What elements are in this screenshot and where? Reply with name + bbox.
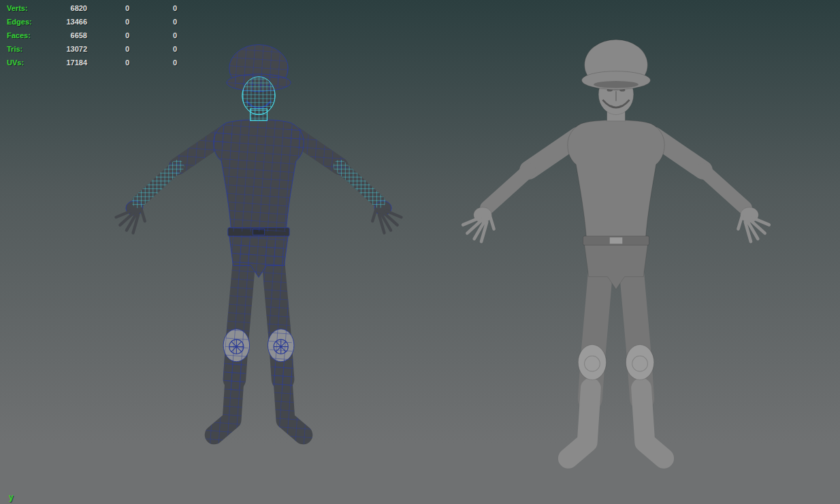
hud-label: Faces: bbox=[7, 29, 48, 42]
hud-value: 6658 bbox=[48, 29, 87, 42]
hud-label: UVs: bbox=[7, 56, 48, 69]
hud-value: 17184 bbox=[48, 56, 87, 69]
hud-label: Verts: bbox=[7, 1, 48, 15]
model-soldier-wireframe[interactable] bbox=[92, 39, 425, 458]
viewport-3d[interactable]: Verts: 6820 0 0 Edges: 13466 0 0 Faces: … bbox=[0, 0, 840, 504]
hud-value: 13466 bbox=[48, 15, 87, 29]
model-soldier-shaded[interactable] bbox=[425, 34, 807, 483]
axis-y-label: y bbox=[9, 492, 14, 502]
axis-gizmo: y bbox=[9, 492, 14, 502]
hud-value: 6820 bbox=[48, 1, 87, 15]
hud-label: Tris: bbox=[7, 42, 48, 56]
hud-value: 13072 bbox=[48, 42, 87, 56]
hud-value: 0 bbox=[87, 15, 129, 29]
hud-value: 0 bbox=[129, 15, 177, 29]
hud-value: 0 bbox=[87, 1, 129, 15]
hud-label: Edges: bbox=[7, 15, 48, 29]
soldier-wireframe-figure bbox=[92, 39, 425, 458]
hud-value: 0 bbox=[129, 1, 177, 15]
soldier-shaded-figure bbox=[425, 34, 807, 483]
